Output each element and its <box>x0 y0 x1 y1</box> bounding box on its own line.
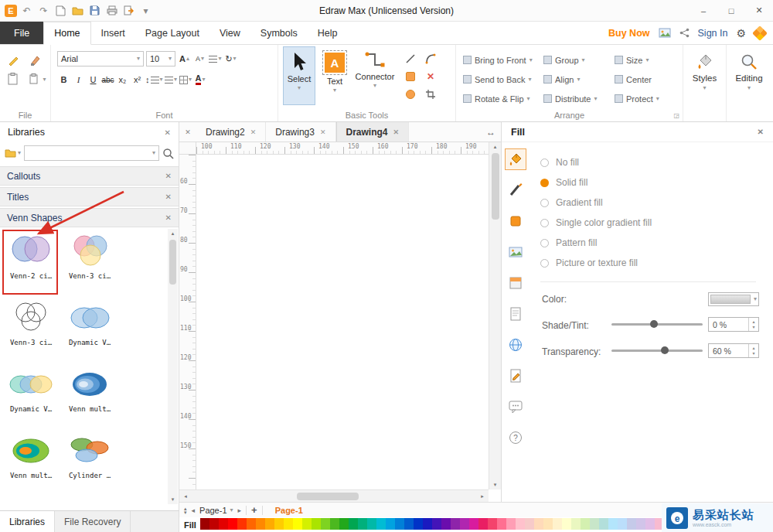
tab-libraries[interactable]: Libraries <box>0 511 55 532</box>
palette-swatch[interactable] <box>534 518 543 530</box>
shape-dynamic-venn-2[interactable]: Dynamic V… <box>60 295 119 362</box>
scroll-right-icon[interactable]: ▸ <box>476 492 489 501</box>
palette-swatch[interactable] <box>284 518 293 530</box>
comment-icon[interactable] <box>505 396 526 418</box>
tab-view[interactable]: View <box>209 22 250 44</box>
palette-swatch[interactable] <box>376 518 386 530</box>
scrollbar-thumb[interactable] <box>492 153 499 220</box>
format-painter-icon[interactable] <box>8 54 20 66</box>
palette-swatch[interactable] <box>590 518 599 530</box>
bold-button[interactable]: B <box>57 73 70 87</box>
palette-swatch[interactable] <box>469 518 478 530</box>
palette-swatch[interactable] <box>525 518 534 530</box>
radio-icon[interactable] <box>540 159 549 167</box>
shape-venn-2-circles[interactable]: Venn-2 ci… <box>2 229 60 295</box>
shape-cylinder[interactable]: Cylinder … <box>60 428 119 495</box>
radio-selected-icon[interactable] <box>540 179 549 187</box>
close-button[interactable]: ✕ <box>745 0 773 21</box>
palette-swatch[interactable] <box>274 518 284 530</box>
palette-swatch[interactable] <box>562 518 571 530</box>
slider-thumb[interactable] <box>661 346 669 354</box>
center-button[interactable]: Center <box>615 75 675 84</box>
line-spacing-button[interactable]: ↕▾ <box>145 73 163 87</box>
palette-swatch[interactable] <box>237 518 247 530</box>
tab-scroll-icon[interactable]: ↔ <box>481 122 501 142</box>
last-page-button[interactable]: ▸ <box>238 506 242 514</box>
scroll-up-icon[interactable]: ▴ <box>172 229 175 238</box>
add-page-button[interactable]: + <box>251 504 257 516</box>
library-folder-button[interactable]: ▾ <box>5 148 21 158</box>
tab-close-icon[interactable]: ✕ <box>250 128 257 136</box>
quick-access-caret-icon[interactable]: ▾ <box>138 3 153 18</box>
shape-venn-3-circles[interactable]: Venn-3 ci… <box>60 229 119 295</box>
palette-swatch[interactable] <box>618 518 627 530</box>
delete-tool-button[interactable]: ✕ <box>424 70 438 84</box>
library-section-titles[interactable]: Titles ✕ <box>0 187 179 206</box>
connector-tool-button[interactable]: Connector ▾ <box>352 46 397 105</box>
ellipse-tool-button[interactable] <box>404 87 417 101</box>
tab-page-layout[interactable]: Page Layout <box>135 22 209 44</box>
color-dropdown[interactable]: ▾ <box>708 292 759 306</box>
palette-swatch[interactable] <box>414 518 423 530</box>
palette-swatch[interactable] <box>200 518 209 530</box>
radio-icon[interactable] <box>540 239 549 247</box>
page-splitter-icon[interactable]: ▴▾ <box>184 506 187 514</box>
fill-bucket-icon[interactable] <box>505 148 526 170</box>
text-align-button[interactable]: ▾ <box>209 52 222 66</box>
font-color-button[interactable]: A▾ <box>194 73 207 87</box>
shade-tint-slider[interactable] <box>611 319 703 329</box>
palette-swatch[interactable] <box>219 518 228 530</box>
print-icon[interactable] <box>104 3 119 18</box>
tab-home[interactable]: Home <box>43 22 90 45</box>
section-close-icon[interactable]: ✕ <box>165 172 172 180</box>
shape-dynamic-venn-3[interactable]: Dynamic V… <box>2 362 60 428</box>
tab-close-icon[interactable]: ✕ <box>320 128 326 136</box>
minimize-button[interactable]: – <box>690 0 717 21</box>
spin-up-icon[interactable]: ▴ <box>752 346 754 351</box>
grow-font-button[interactable]: A▴ <box>178 52 191 66</box>
paste-dropdown[interactable]: ▾ <box>29 73 46 87</box>
first-page-button[interactable]: ◂ <box>192 506 196 514</box>
palette-swatch[interactable] <box>543 518 553 530</box>
palette-swatch[interactable] <box>312 518 321 530</box>
arc-tool-button[interactable] <box>424 52 438 66</box>
scroll-down-icon[interactable]: ▾ <box>494 480 497 489</box>
palette-swatch[interactable] <box>488 518 497 530</box>
crop-tool-button[interactable] <box>424 87 438 101</box>
palette-swatch[interactable] <box>599 518 608 530</box>
palette-swatch[interactable] <box>302 518 312 530</box>
table-button[interactable]: ▾ <box>179 73 192 87</box>
palette-swatch[interactable] <box>367 518 376 530</box>
help-icon[interactable]: ? <box>505 427 526 448</box>
italic-button[interactable]: I <box>72 73 85 87</box>
transparency-slider[interactable] <box>611 345 703 356</box>
section-close-icon[interactable]: ✕ <box>165 193 172 201</box>
horizontal-scrollbar[interactable]: ◂ ▸ <box>179 489 489 502</box>
fill-option-solid-fill[interactable]: Solid fill <box>540 175 587 190</box>
tab-drawing2[interactable]: Drawing2✕ <box>196 122 266 142</box>
text-tool-button[interactable]: A Text ▾ <box>318 46 351 105</box>
note-icon[interactable] <box>505 365 526 387</box>
library-scrollbar[interactable]: ▴ ▾ <box>168 229 178 504</box>
tab-file[interactable]: File <box>0 22 43 44</box>
distribute-button[interactable]: Distribute▾ <box>543 94 615 104</box>
palette-swatch[interactable] <box>330 518 339 530</box>
export-image-icon[interactable] <box>659 28 671 38</box>
redo-icon[interactable]: ↷ <box>36 3 51 18</box>
spin-down-icon[interactable]: ▾ <box>752 325 754 330</box>
style-brush-icon[interactable] <box>29 54 42 66</box>
palette-swatch[interactable] <box>581 518 590 530</box>
tab-insert[interactable]: Insert <box>91 22 135 44</box>
page-setup-icon[interactable] <box>505 303 526 325</box>
tab-help[interactable]: Help <box>308 22 348 44</box>
editing-button[interactable]: Editing ▾ <box>727 45 771 91</box>
palette-swatch[interactable] <box>432 518 441 530</box>
font-family-combo[interactable]: Arial▾ <box>57 51 144 66</box>
underline-button[interactable]: U <box>87 73 100 87</box>
tabbar-close-icon[interactable]: ✕ <box>179 122 196 142</box>
palette-swatch[interactable] <box>228 518 237 530</box>
align-button[interactable]: Align▾ <box>543 75 615 84</box>
spin-up-icon[interactable]: ▴ <box>752 319 754 325</box>
scroll-down-icon[interactable]: ▾ <box>172 495 175 504</box>
settings-gear-icon[interactable]: ⚙ <box>736 27 746 39</box>
